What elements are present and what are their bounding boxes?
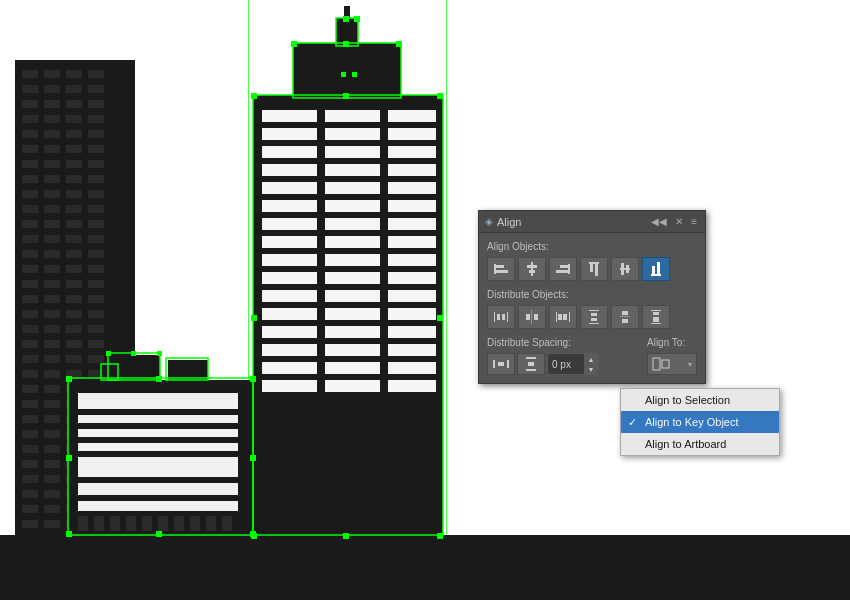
svg-rect-82 [22, 370, 38, 378]
svg-rect-271 [653, 312, 659, 315]
svg-rect-22 [22, 145, 38, 153]
svg-rect-160 [262, 290, 317, 302]
panel-collapse-btn[interactable]: ◀◀ [649, 216, 669, 227]
align-center-h-btn[interactable] [518, 257, 546, 281]
dist-right-btn[interactable] [549, 305, 577, 329]
svg-rect-27 [44, 160, 60, 168]
svg-rect-123 [44, 520, 60, 528]
svg-rect-264 [591, 313, 597, 316]
svg-rect-211 [437, 315, 443, 321]
svg-rect-246 [621, 263, 624, 275]
svg-rect-134 [325, 128, 380, 140]
svg-rect-244 [595, 264, 598, 276]
dist-top-btn[interactable] [580, 305, 608, 329]
svg-rect-63 [44, 295, 60, 303]
align-to-key-object-label: Align to Key Object [645, 416, 739, 428]
svg-rect-138 [388, 146, 436, 158]
align-top-btn[interactable] [580, 257, 608, 281]
svg-rect-83 [44, 370, 60, 378]
svg-rect-162 [388, 290, 436, 302]
svg-rect-77 [88, 340, 104, 348]
svg-rect-164 [325, 308, 380, 320]
checkmark-icon: ✓ [628, 416, 637, 429]
svg-rect-149 [325, 218, 380, 230]
align-to-btn[interactable]: ▾ [647, 353, 697, 375]
panel-title-text: Align [497, 216, 521, 228]
svg-rect-32 [66, 175, 82, 183]
panel-menu-btn[interactable]: ≡ [689, 216, 699, 227]
svg-rect-251 [494, 312, 495, 322]
svg-rect-252 [507, 312, 508, 322]
svg-rect-156 [388, 254, 436, 266]
align-left-btn[interactable] [487, 257, 515, 281]
svg-rect-268 [622, 319, 628, 323]
dist-spacing-h-btn[interactable] [487, 353, 515, 375]
panel-body: Align Objects: [479, 233, 705, 383]
align-to-selection-item[interactable]: Align to Selection [621, 389, 779, 411]
svg-rect-206 [343, 41, 349, 47]
spacing-down-btn[interactable]: ▼ [584, 364, 598, 374]
svg-rect-267 [622, 311, 628, 315]
svg-rect-240 [560, 265, 568, 268]
align-to-dropdown-menu: Align to Selection ✓ Align to Key Object… [620, 388, 780, 456]
svg-rect-207 [251, 93, 257, 99]
panel-close-btn[interactable]: ✕ [673, 216, 685, 227]
svg-rect-158 [325, 272, 380, 284]
svg-rect-208 [437, 93, 443, 99]
svg-rect-10 [22, 100, 38, 108]
svg-rect-171 [388, 344, 436, 356]
spacing-up-btn[interactable]: ▲ [584, 354, 598, 364]
dist-left-btn[interactable] [487, 305, 515, 329]
dist-bottom-btn[interactable] [642, 305, 670, 329]
svg-rect-248 [651, 274, 661, 276]
svg-rect-42 [22, 220, 38, 228]
svg-rect-86 [22, 385, 38, 393]
svg-rect-141 [388, 164, 436, 176]
svg-rect-221 [66, 531, 72, 537]
align-panel-icon: ◈ [485, 216, 493, 227]
svg-rect-159 [388, 272, 436, 284]
svg-rect-210 [251, 315, 257, 321]
dist-center-v-btn[interactable] [611, 305, 639, 329]
panel-titlebar: ◈ Align ◀◀ ✕ ≡ [479, 211, 705, 233]
svg-rect-95 [44, 415, 60, 423]
svg-rect-250 [657, 262, 660, 274]
dist-spacing-v-btn[interactable] [517, 353, 545, 375]
svg-rect-67 [44, 310, 60, 318]
align-to-key-object-item[interactable]: ✓ Align to Key Object [621, 411, 779, 433]
align-to-artboard-item[interactable]: Align to Artboard [621, 433, 779, 455]
svg-rect-237 [527, 265, 537, 268]
svg-rect-260 [558, 314, 562, 320]
svg-rect-37 [88, 190, 104, 198]
svg-rect-172 [262, 362, 317, 374]
svg-rect-176 [325, 380, 380, 392]
svg-rect-47 [44, 235, 60, 243]
align-right-btn[interactable] [549, 257, 577, 281]
align-bottom-btn[interactable] [642, 257, 670, 281]
svg-rect-58 [22, 280, 38, 288]
svg-rect-91 [44, 400, 60, 408]
svg-rect-17 [88, 115, 104, 123]
svg-rect-263 [589, 323, 599, 324]
svg-rect-205 [396, 41, 402, 47]
svg-rect-143 [325, 182, 380, 194]
align-panel: ◈ Align ◀◀ ✕ ≡ Align Objects: [478, 210, 706, 384]
svg-rect-98 [22, 430, 38, 438]
svg-rect-71 [44, 325, 60, 333]
svg-rect-14 [22, 115, 38, 123]
svg-rect-131 [325, 110, 380, 122]
svg-rect-270 [651, 323, 661, 324]
svg-rect-275 [498, 362, 504, 366]
svg-rect-115 [44, 490, 60, 498]
svg-rect-259 [569, 312, 570, 322]
svg-rect-4 [66, 70, 82, 78]
svg-rect-243 [590, 264, 593, 272]
dist-center-h-btn[interactable] [518, 305, 546, 329]
svg-rect-231 [341, 72, 346, 77]
align-center-v-btn[interactable] [611, 257, 639, 281]
svg-rect-269 [651, 310, 661, 311]
svg-rect-137 [325, 146, 380, 158]
svg-rect-29 [88, 160, 104, 168]
svg-rect-136 [262, 146, 317, 158]
svg-rect-219 [66, 455, 72, 461]
